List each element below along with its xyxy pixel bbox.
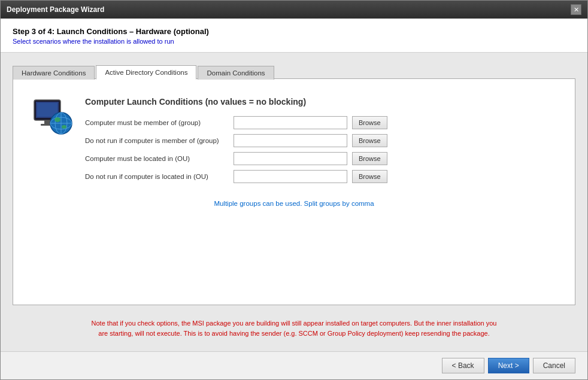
browse-no-group-member[interactable]: Browse: [352, 134, 387, 147]
label-no-ou-member: Do not run if computer is located in (OU…: [85, 173, 229, 180]
warning-text: Note that if you check options, the MSI …: [25, 318, 563, 339]
top-row: Computer Launch Conditions (no values = …: [31, 97, 387, 188]
browse-group-member[interactable]: Browse: [352, 116, 387, 129]
svg-point-10: [54, 117, 60, 122]
section-title: Computer Launch Conditions (no values = …: [85, 97, 387, 107]
back-button[interactable]: < Back: [442, 358, 484, 373]
label-ou-member: Computer must be located in (OU): [85, 155, 229, 162]
cancel-button[interactable]: Cancel: [533, 358, 575, 373]
step-subtitle: Select scenarios where the installation …: [13, 38, 575, 45]
step-title: Step 3 of 4: Launch Conditions – Hardwar…: [13, 27, 575, 36]
note-text: Multiple groups can be used. Split group…: [31, 200, 557, 207]
label-no-group-member: Do not run if computer is member of (gro…: [85, 137, 229, 144]
form-row-3: Do not run if computer is located in (OU…: [85, 170, 387, 183]
footer: < Back Next > Cancel: [1, 351, 587, 379]
next-button[interactable]: Next >: [488, 358, 529, 373]
main-window: Deployment Package Wizard ✕ Step 3 of 4:…: [0, 0, 588, 380]
svg-rect-3: [44, 120, 50, 124]
input-no-ou-member[interactable]: [234, 170, 347, 183]
tab-hardware[interactable]: Hardware Conditions: [13, 66, 95, 80]
tab-content-area: Computer Launch Conditions (no values = …: [13, 78, 575, 305]
inner-content: Computer Launch Conditions (no values = …: [31, 97, 557, 207]
tab-domain[interactable]: Domain Conditions: [198, 66, 274, 80]
computer-icon: [31, 97, 73, 139]
browse-no-ou-member[interactable]: Browse: [352, 170, 387, 183]
input-no-group-member[interactable]: [234, 134, 347, 147]
browse-ou-member[interactable]: Browse: [352, 152, 387, 165]
tab-bar: Hardware Conditions Active Directory Con…: [13, 65, 575, 79]
header-section: Step 3 of 4: Launch Conditions – Hardwar…: [1, 19, 587, 53]
title-bar: Deployment Package Wizard ✕: [1, 1, 587, 19]
form-section: Computer Launch Conditions (no values = …: [85, 97, 387, 188]
close-button[interactable]: ✕: [571, 4, 581, 15]
form-row-1: Do not run if computer is member of (gro…: [85, 134, 387, 147]
input-group-member[interactable]: [234, 116, 347, 129]
window-title: Deployment Package Wizard: [7, 5, 104, 14]
input-ou-member[interactable]: [234, 152, 347, 165]
label-group-member: Computer must be member of (group): [85, 119, 229, 126]
form-row-0: Computer must be member of (group) Brows…: [85, 116, 387, 129]
svg-point-11: [62, 125, 66, 129]
tab-panel: Hardware Conditions Active Directory Con…: [13, 65, 575, 305]
form-row-2: Computer must be located in (OU) Browse: [85, 152, 387, 165]
tab-active-directory[interactable]: Active Directory Conditions: [96, 65, 196, 80]
content-area: Hardware Conditions Active Directory Con…: [1, 53, 587, 351]
warning-section: Note that if you check options, the MSI …: [13, 312, 575, 345]
